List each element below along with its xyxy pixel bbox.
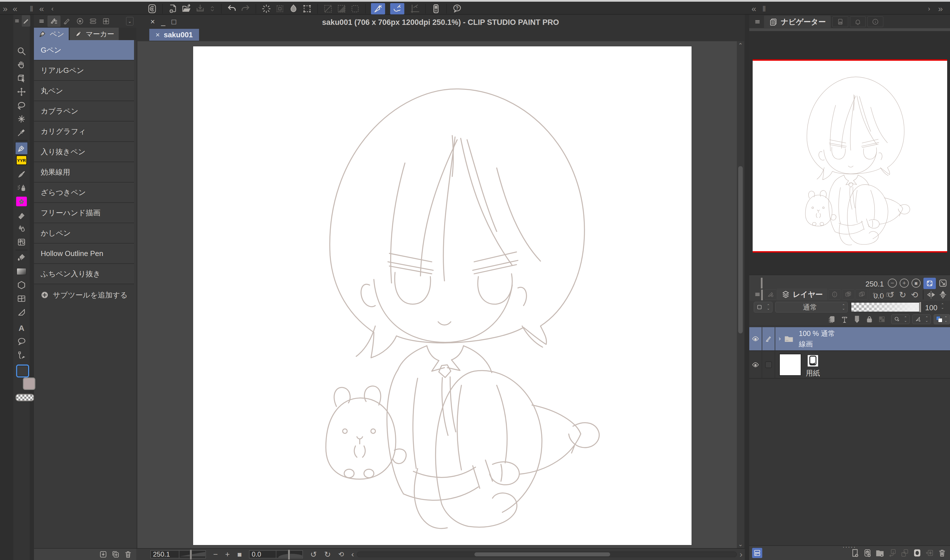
- tab-color-history-icon[interactable]: [86, 15, 100, 27]
- palette-menu-icon[interactable]: [754, 291, 761, 298]
- palette-menu-icon[interactable]: [38, 17, 45, 25]
- rotate-left-icon[interactable]: ↺: [310, 550, 317, 559]
- selection-rect-mode-icon[interactable]: [350, 4, 360, 14]
- spinner-icon[interactable]: ⌃⌄: [944, 317, 947, 322]
- canvas-viewport[interactable]: [137, 41, 737, 548]
- clip-to-layer-below-icon[interactable]: [828, 315, 836, 323]
- horizontal-scrollbar[interactable]: [357, 552, 737, 557]
- rotation-slider[interactable]: [276, 551, 303, 558]
- subtool-item[interactable]: フリーハンド描画: [34, 203, 134, 223]
- collapse-left-icon[interactable]: «: [39, 3, 44, 14]
- collapse-left-icon[interactable]: «: [751, 3, 756, 14]
- navigator-thumbnail[interactable]: [753, 59, 947, 252]
- airbrush-tool-icon[interactable]: [17, 183, 26, 193]
- rotation-slider-handle[interactable]: [288, 549, 290, 560]
- zoom-in-icon[interactable]: +: [225, 550, 230, 559]
- tab-color-set-icon[interactable]: [100, 15, 113, 27]
- nav-actual-size-icon[interactable]: ◼: [911, 278, 921, 288]
- hscroll-left-icon[interactable]: ‹: [351, 549, 354, 560]
- lock-transparent-pixels-icon[interactable]: [878, 315, 886, 323]
- snap-to-special-ruler-icon[interactable]: [390, 3, 404, 14]
- selection-source-control[interactable]: ⌃⌄: [891, 314, 910, 324]
- new-vector-layer-icon[interactable]: [862, 548, 873, 558]
- lock-layer-icon[interactable]: [865, 315, 874, 323]
- collapse-left-icon[interactable]: «: [13, 3, 17, 14]
- download-subtool-icon[interactable]: [99, 550, 108, 558]
- layer-color-control[interactable]: ⌃⌄: [934, 314, 950, 325]
- auto-select-tool-icon[interactable]: [17, 114, 26, 124]
- brush-tool-icon[interactable]: [17, 169, 26, 179]
- tab-subview-icon[interactable]: [832, 16, 848, 27]
- tab-subtool-icon[interactable]: [48, 15, 60, 27]
- move-layer-tool-icon[interactable]: [17, 87, 26, 97]
- group-tab-pen[interactable]: ペン: [34, 28, 69, 40]
- fill-tool-icon[interactable]: [17, 253, 26, 263]
- scroll-down-icon[interactable]: ⌄: [737, 541, 744, 548]
- help-icon[interactable]: ?: [452, 4, 462, 14]
- vertical-scrollbar[interactable]: ⌃ ⌄: [737, 41, 744, 548]
- gradient-tool-icon[interactable]: [17, 267, 26, 276]
- spinner-icon[interactable]: ⌃⌄: [904, 317, 907, 322]
- eraser-tool-icon[interactable]: [17, 210, 26, 220]
- subtool-item[interactable]: カリグラフィ: [34, 122, 134, 142]
- eyedropper-tool-icon[interactable]: [17, 128, 26, 137]
- rotation-value-field[interactable]: 0.0: [249, 551, 276, 558]
- transform-icon[interactable]: [302, 4, 312, 14]
- spinner-icon[interactable]: ⌃⌄: [925, 317, 928, 322]
- zoom-slider-handle[interactable]: [190, 549, 192, 560]
- tool-tab-icon[interactable]: [22, 15, 30, 26]
- subtool-item[interactable]: 丸ペン: [34, 81, 134, 101]
- document-tab[interactable]: × saku001: [149, 29, 199, 41]
- background-color-swatch[interactable]: [23, 377, 35, 390]
- opacity-spinner-icon[interactable]: ⌃⌄: [941, 303, 944, 309]
- ruler-tool-icon[interactable]: [17, 308, 26, 317]
- lock-move-icon[interactable]: [840, 315, 849, 323]
- object-tool-icon[interactable]: [17, 74, 26, 83]
- zoom-tool-icon[interactable]: [17, 46, 26, 56]
- invert-selection-icon[interactable]: [288, 4, 299, 14]
- subtool-item[interactable]: リアルGペン: [34, 60, 134, 81]
- layer-visibility-toggle[interactable]: [749, 351, 762, 378]
- tab-layer-property-icon[interactable]: [765, 289, 777, 300]
- undo-icon[interactable]: [227, 4, 237, 14]
- subtool-item[interactable]: 入り抜きペン: [34, 142, 134, 162]
- shrink-selection-icon[interactable]: [275, 4, 285, 14]
- layer-thumbnail[interactable]: [779, 354, 801, 376]
- expand-single-icon[interactable]: ›: [928, 3, 930, 14]
- draft-layer-icon[interactable]: [853, 315, 861, 323]
- snap-to-grid-icon[interactable]: [410, 4, 420, 14]
- add-subtool-button[interactable]: サブツールを追加する: [34, 284, 134, 306]
- new-folder-icon[interactable]: [875, 548, 885, 558]
- close-tab-icon[interactable]: ×: [156, 31, 160, 39]
- selection-lasso-tool-icon[interactable]: [17, 101, 26, 110]
- frame-border-tool-icon[interactable]: [17, 294, 26, 303]
- drawing-canvas[interactable]: [193, 46, 692, 545]
- text-tool-icon[interactable]: A: [17, 323, 26, 333]
- blend-tool-icon[interactable]: [17, 224, 26, 233]
- pen-tool-icon-selected[interactable]: [15, 142, 28, 155]
- vertical-scroll-thumb[interactable]: [738, 166, 743, 334]
- tab-tool-property-icon[interactable]: [60, 15, 74, 27]
- foreground-color-swatch[interactable]: [16, 365, 29, 377]
- layer-checkbox[interactable]: [762, 351, 775, 378]
- ruler-range-control[interactable]: ⌃⌄: [912, 314, 931, 324]
- delete-layer-icon[interactable]: [937, 548, 947, 558]
- subtool-item[interactable]: カブラペン: [34, 101, 134, 122]
- snap-to-ruler-icon[interactable]: [371, 3, 385, 14]
- layer-row-lineart[interactable]: › 100 % 通常 線画: [749, 327, 950, 351]
- duplicate-subtool-icon[interactable]: [111, 550, 120, 558]
- tab-layer[interactable]: レイヤー: [777, 288, 827, 300]
- tab-animation-icon[interactable]: [883, 289, 895, 300]
- panel-resize-dots[interactable]: ·····: [842, 544, 856, 550]
- balloon-tool-icon[interactable]: [17, 337, 26, 346]
- decoration-tool-icon[interactable]: [16, 197, 27, 206]
- layer-list-view-icon[interactable]: [752, 548, 762, 558]
- expand-right-icon[interactable]: »: [938, 3, 943, 14]
- tab-layer-template-icon[interactable]: [856, 289, 868, 300]
- clip-studio-logo-icon[interactable]: [147, 4, 157, 14]
- merge-with-lower-layer-icon[interactable]: [900, 548, 910, 558]
- subtool-item[interactable]: Gペン: [34, 40, 134, 60]
- thumbnail-size-control[interactable]: ⌃⌄: [754, 302, 773, 312]
- subtool-item[interactable]: 効果線用: [34, 162, 134, 183]
- figure-tool-icon[interactable]: [17, 280, 26, 290]
